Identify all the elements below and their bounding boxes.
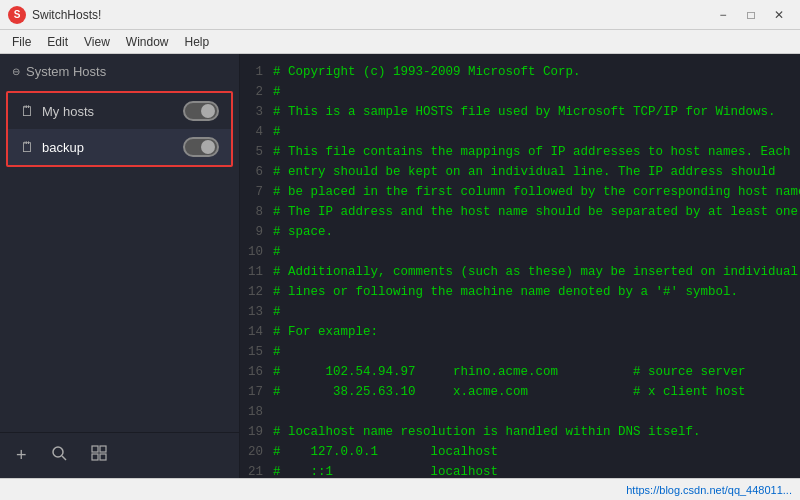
code-line: # be placed in the first column followed… — [273, 182, 792, 202]
status-bar: https://blog.csdn.net/qq_448011... — [0, 478, 800, 500]
line-number: 17 — [248, 382, 263, 402]
line-number: 10 — [248, 242, 263, 262]
app-title: SwitchHosts! — [32, 8, 101, 22]
app-icon: S — [8, 6, 26, 24]
status-url: https://blog.csdn.net/qq_448011... — [626, 484, 792, 496]
main-content: ⊖ System Hosts 🗒 My hosts 🗒 backup + — [0, 54, 800, 478]
code-line: # 127.0.0.1 localhost — [273, 442, 792, 462]
code-line: # — [273, 122, 792, 142]
sidebar-footer: + — [0, 432, 239, 478]
code-line: # This is a sample HOSTS file used by Mi… — [273, 102, 792, 122]
sidebar-item-backup[interactable]: 🗒 backup — [8, 129, 231, 165]
title-bar-left: S SwitchHosts! — [8, 6, 101, 24]
system-hosts-section: ⊖ System Hosts — [0, 54, 239, 89]
title-bar-controls: − □ ✕ — [710, 5, 792, 25]
code-line: # This file contains the mappings of IP … — [273, 142, 792, 162]
svg-rect-2 — [92, 446, 98, 452]
code-line: # — [273, 82, 792, 102]
sidebar-item-my-hosts-label: My hosts — [42, 104, 175, 119]
code-line: # 38.25.63.10 x.acme.com # x client host — [273, 382, 792, 402]
sidebar-item-my-hosts[interactable]: 🗒 My hosts — [8, 93, 231, 129]
code-line: # The IP address and the host name shoul… — [273, 202, 792, 222]
line-number: 1 — [248, 62, 263, 82]
line-number: 16 — [248, 362, 263, 382]
chevron-down-icon: ⊖ — [12, 66, 20, 77]
code-line: # — [273, 302, 792, 322]
line-number: 12 — [248, 282, 263, 302]
line-number: 7 — [248, 182, 263, 202]
backup-toggle[interactable] — [183, 137, 219, 157]
grid-icon — [91, 445, 107, 461]
code-line: # lines or following the machine name de… — [273, 282, 792, 302]
line-numbers: 12345678910111213141516171819202122 — [240, 54, 269, 478]
title-bar: S SwitchHosts! − □ ✕ — [0, 0, 800, 30]
svg-rect-5 — [100, 454, 106, 460]
code-line — [273, 402, 792, 422]
search-button[interactable] — [47, 441, 71, 470]
line-number: 6 — [248, 162, 263, 182]
sidebar-item-backup-label: backup — [42, 140, 175, 155]
line-number: 15 — [248, 342, 263, 362]
svg-rect-4 — [92, 454, 98, 460]
search-icon — [51, 445, 67, 461]
line-number: 4 — [248, 122, 263, 142]
editor[interactable]: 12345678910111213141516171819202122 # Co… — [240, 54, 800, 478]
line-number: 14 — [248, 322, 263, 342]
code-line: # — [273, 242, 792, 262]
line-number: 3 — [248, 102, 263, 122]
line-number: 9 — [248, 222, 263, 242]
svg-point-0 — [53, 447, 63, 457]
line-number: 11 — [248, 262, 263, 282]
doc-icon-backup: 🗒 — [20, 139, 34, 155]
settings-button[interactable] — [87, 441, 111, 470]
code-line: # Additionally, comments (such as these)… — [273, 262, 792, 282]
code-line: # 102.54.94.97 rhino.acme.com # source s… — [273, 362, 792, 382]
menu-bar: File Edit View Window Help — [0, 30, 800, 54]
code-line: # Copyright (c) 1993-2009 Microsoft Corp… — [273, 62, 792, 82]
svg-line-1 — [62, 456, 66, 460]
toggle-knob — [201, 104, 215, 118]
menu-edit[interactable]: Edit — [39, 33, 76, 51]
doc-icon: 🗒 — [20, 103, 34, 119]
line-number: 19 — [248, 422, 263, 442]
sidebar: ⊖ System Hosts 🗒 My hosts 🗒 backup + — [0, 54, 240, 478]
line-number: 5 — [248, 142, 263, 162]
system-hosts-label: System Hosts — [26, 64, 106, 79]
add-host-button[interactable]: + — [12, 441, 31, 470]
menu-help[interactable]: Help — [177, 33, 218, 51]
code-area[interactable]: # Copyright (c) 1993-2009 Microsoft Corp… — [269, 54, 800, 478]
line-number: 21 — [248, 462, 263, 478]
app-icon-letter: S — [14, 9, 21, 20]
close-button[interactable]: ✕ — [766, 5, 792, 25]
editor-content: 12345678910111213141516171819202122 # Co… — [240, 54, 800, 478]
menu-window[interactable]: Window — [118, 33, 177, 51]
menu-view[interactable]: View — [76, 33, 118, 51]
code-line: # localhost name resolution is handled w… — [273, 422, 792, 442]
line-number: 18 — [248, 402, 263, 422]
code-line: # ::1 localhost — [273, 462, 792, 478]
line-number: 2 — [248, 82, 263, 102]
my-hosts-toggle[interactable] — [183, 101, 219, 121]
maximize-button[interactable]: □ — [738, 5, 764, 25]
svg-rect-3 — [100, 446, 106, 452]
code-line: # space. — [273, 222, 792, 242]
line-number: 8 — [248, 202, 263, 222]
line-number: 13 — [248, 302, 263, 322]
minimize-button[interactable]: − — [710, 5, 736, 25]
sidebar-items-group: 🗒 My hosts 🗒 backup — [6, 91, 233, 167]
menu-file[interactable]: File — [4, 33, 39, 51]
toggle-knob-backup — [201, 140, 215, 154]
line-number: 20 — [248, 442, 263, 462]
code-line: # — [273, 342, 792, 362]
code-line: # For example: — [273, 322, 792, 342]
code-line: # entry should be kept on an individual … — [273, 162, 792, 182]
